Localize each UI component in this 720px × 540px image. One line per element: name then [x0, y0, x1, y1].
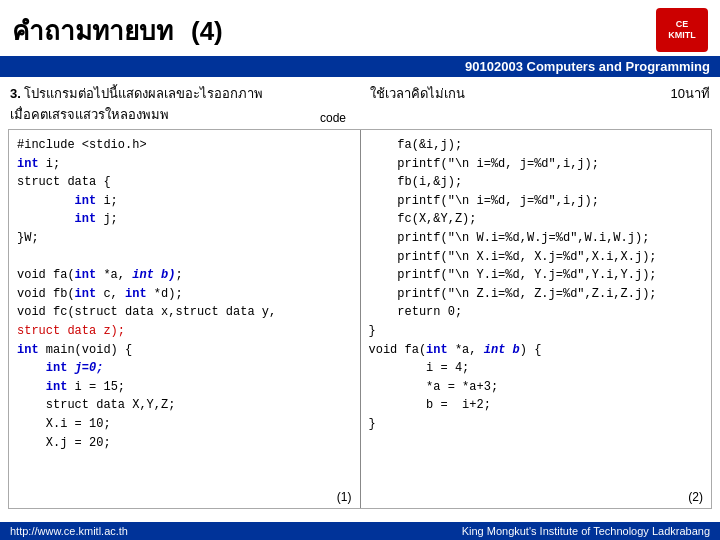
main-content: #include <stdio.h> int i; struct data { …	[8, 129, 712, 509]
code-line: struct data {	[17, 173, 352, 192]
code-line: void fa(int *a, int b) {	[369, 341, 704, 360]
code-line: fa(&i,j);	[369, 136, 704, 155]
question-row: 3. โปรแกรมต่อไปนี้แสดงผลเลขอะไรออกภาพ เม…	[0, 77, 720, 127]
code-panel-right: fa(&i,j); printf("\n i=%d, j=%d",i,j); f…	[361, 130, 712, 508]
code-line: void fb(int c, int *d);	[17, 285, 352, 304]
footer: http://www.ce.kmitl.ac.th King Mongkut's…	[0, 522, 720, 540]
code-panel-left: #include <stdio.h> int i; struct data { …	[9, 130, 361, 508]
header: คำถามทายบท (4) CE KMITL	[0, 0, 720, 56]
code-line: #include <stdio.h>	[17, 136, 352, 155]
page-title: คำถามทายบท	[12, 10, 173, 51]
code-line: X.j = 20;	[17, 434, 352, 453]
code-line: printf("\n Z.i=%d, Z.j=%d",Z.i,Z.j);	[369, 285, 704, 304]
page-subtitle: (4)	[191, 16, 223, 47]
footer-left: http://www.ce.kmitl.ac.th	[10, 525, 128, 537]
logo: CE KMITL	[656, 8, 708, 52]
question-left: 3. โปรแกรมต่อไปนี้แสดงผลเลขอะไรออกภาพ เม…	[10, 83, 350, 125]
code-line: int i;	[17, 192, 352, 211]
code-line: }W;	[17, 229, 352, 248]
question-text-line1: 3. โปรแกรมต่อไปนี้แสดงผลเลขอะไรออกภาพ	[10, 83, 350, 104]
code-line: printf("\n Y.i=%d, Y.j=%d",Y.i,Y.j);	[369, 266, 704, 285]
code-line: int j;	[17, 210, 352, 229]
code-line: void fa(int *a, int b);	[17, 266, 352, 285]
code-line: void fc(struct data x,struct data y,	[17, 303, 352, 322]
code-line: printf("\n i=%d, j=%d",i,j);	[369, 192, 704, 211]
code-line: }	[369, 415, 704, 434]
code-line: int i = 15;	[17, 378, 352, 397]
code-line: printf("\n W.i=%d,W.j=%d",W.i,W.j);	[369, 229, 704, 248]
code-line: X.i = 10;	[17, 415, 352, 434]
question-time-value: 10นาที	[671, 83, 710, 104]
code-line: *a = *a+3;	[369, 378, 704, 397]
code-label: code	[320, 111, 350, 125]
page-number-left: (1)	[337, 490, 352, 504]
code-line: printf("\n X.i=%d, X.j=%d",X.i,X.j);	[369, 248, 704, 267]
question-right: ใช้เวลาคิดไม่เกน 10นาที	[350, 83, 710, 104]
code-line: printf("\n i=%d, j=%d",i,j);	[369, 155, 704, 174]
code-line: fb(i,&j);	[369, 173, 704, 192]
code-line: fc(X,&Y,Z);	[369, 210, 704, 229]
code-line: struct data X,Y,Z;	[17, 396, 352, 415]
code-line: int i;	[17, 155, 352, 174]
page-number-right: (2)	[688, 490, 703, 504]
code-line: b = i+2;	[369, 396, 704, 415]
header-title-group: คำถามทายบท (4)	[12, 10, 223, 51]
blue-banner: 90102003 Computers and Programming	[0, 56, 720, 77]
code-line: i = 4;	[369, 359, 704, 378]
question-text-line2: เมื่อคตเสรจแสวรใหลองพมพ	[10, 104, 169, 125]
code-line	[17, 248, 352, 267]
code-line: int j=0;	[17, 359, 352, 378]
code-line: int main(void) {	[17, 341, 352, 360]
footer-right: King Mongkut's Institute of Technology L…	[462, 525, 710, 537]
question-time-text: ใช้เวลาคิดไม่เกน	[370, 83, 465, 104]
code-line: }	[369, 322, 704, 341]
code-line: return 0;	[369, 303, 704, 322]
code-line: struct data z);	[17, 322, 352, 341]
